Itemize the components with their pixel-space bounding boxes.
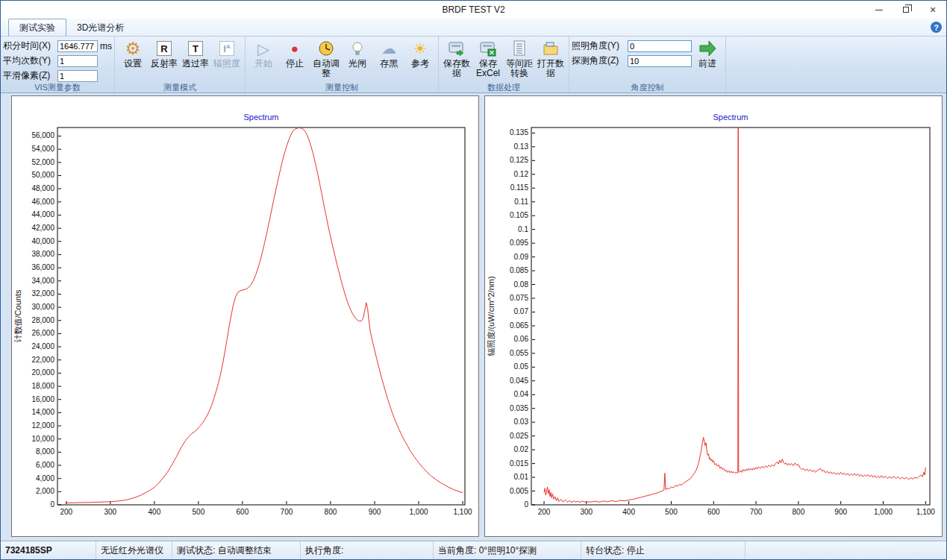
integration-time-unit: ms xyxy=(100,41,112,51)
forward-button[interactable]: 前进 xyxy=(692,37,723,79)
tab-3d-spectrum-analysis[interactable]: 3D光谱分析 xyxy=(66,19,134,36)
status-bar: 7324185SP 无近红外光谱仪 测试状态: 自动调整结束 执行角度: 当前角… xyxy=(1,541,946,559)
transmittance-button[interactable]: T 透过率 xyxy=(180,37,211,79)
integration-time-label: 积分时间(X) xyxy=(3,40,55,52)
group-measure-control: ▷ 开始 ● 停止 自动调整 光闸 ☁ 存黑 xyxy=(246,37,439,92)
equal-interval-convert-button[interactable]: 等间距转换 xyxy=(504,37,535,79)
title-bar: BRDF TEST V2 × xyxy=(1,1,946,19)
save-data-button[interactable]: 保存数据 xyxy=(441,37,472,79)
svg-text:34,000: 34,000 xyxy=(31,277,54,285)
svg-text:300: 300 xyxy=(581,508,593,516)
svg-text:0.085: 0.085 xyxy=(510,266,528,274)
svg-text:40,000: 40,000 xyxy=(31,237,54,245)
svg-text:0.055: 0.055 xyxy=(510,349,528,357)
svg-text:200: 200 xyxy=(60,508,72,516)
tab-test-experiment[interactable]: 测试实验 xyxy=(8,19,66,36)
reference-button[interactable]: ☀ 参考 xyxy=(404,37,436,79)
svg-text:0.025: 0.025 xyxy=(510,432,528,440)
help-icon[interactable]: ? xyxy=(931,22,942,33)
svg-text:计数值/Counts: 计数值/Counts xyxy=(13,289,22,342)
svg-text:0.02: 0.02 xyxy=(514,445,529,453)
stop-button[interactable]: ● 停止 xyxy=(279,37,310,79)
reflectance-button[interactable]: R 反射率 xyxy=(149,37,180,79)
minimize-button[interactable] xyxy=(866,1,893,19)
svg-text:500: 500 xyxy=(193,508,205,516)
forward-arrow-icon xyxy=(697,39,718,58)
svg-text:0: 0 xyxy=(524,500,528,509)
status-exec-angle: 执行角度: xyxy=(301,541,434,559)
restore-button[interactable] xyxy=(893,1,919,19)
svg-text:Spectrum: Spectrum xyxy=(243,113,278,122)
svg-text:0.08: 0.08 xyxy=(514,280,529,289)
irradiance-spectrum-panel: Spectrum00.0050.010.0150.020.0250.030.03… xyxy=(484,95,943,537)
svg-text:16,000: 16,000 xyxy=(31,395,54,403)
open-data-button[interactable]: 打开数据 xyxy=(535,37,566,79)
svg-text:10,000: 10,000 xyxy=(31,435,54,443)
counts-spectrum-chart: Spectrum02,0004,0006,0008,00010,00012,00… xyxy=(12,96,478,536)
smooth-pixels-input[interactable] xyxy=(57,70,98,82)
stop-icon: ● xyxy=(291,43,299,55)
cloud-icon: ☁ xyxy=(381,41,396,56)
svg-text:18,000: 18,000 xyxy=(31,382,54,390)
integration-time-field: 积分时间(X) ms xyxy=(3,40,112,52)
svg-text:32,000: 32,000 xyxy=(31,289,54,298)
svg-text:0.005: 0.005 xyxy=(510,487,528,495)
svg-text:0.045: 0.045 xyxy=(510,377,528,385)
transmittance-icon: T xyxy=(188,41,203,56)
save-data-icon xyxy=(447,40,466,57)
svg-text:0.105: 0.105 xyxy=(510,211,528,219)
auto-adjust-button[interactable]: 自动调整 xyxy=(310,37,342,79)
irradiance-button[interactable]: IA 辐照度 xyxy=(211,37,243,79)
group-label-angle-control: 角度控制 xyxy=(572,82,723,92)
average-count-input[interactable] xyxy=(57,55,98,67)
svg-text:22,000: 22,000 xyxy=(31,356,54,364)
svg-text:0.115: 0.115 xyxy=(510,183,529,192)
svg-text:42,000: 42,000 xyxy=(31,224,54,232)
svg-text:900: 900 xyxy=(369,508,381,516)
open-data-icon xyxy=(541,40,560,57)
integration-time-input[interactable] xyxy=(57,40,98,52)
store-dark-button[interactable]: ☁ 存黑 xyxy=(373,37,404,79)
close-button[interactable]: × xyxy=(919,1,946,19)
detection-angle-input[interactable] xyxy=(628,55,692,67)
detection-angle-label: 探测角度(Z) xyxy=(572,54,625,67)
svg-text:0.135: 0.135 xyxy=(510,128,528,136)
start-button[interactable]: ▷ 开始 xyxy=(248,37,279,79)
shutter-button[interactable]: 光闸 xyxy=(342,37,373,79)
group-label-measure-control: 测量控制 xyxy=(248,82,436,92)
illumination-angle-input[interactable] xyxy=(628,40,692,52)
group-label-vis-params: VIS测量参数 xyxy=(3,82,112,92)
svg-text:28,000: 28,000 xyxy=(31,316,54,324)
restore-icon xyxy=(903,7,909,13)
status-filler xyxy=(746,541,946,559)
ribbon: 积分时间(X) ms 平均次数(Y) 平滑像素(Z) VIS测量参数 xyxy=(1,36,946,93)
svg-text:4,000: 4,000 xyxy=(36,474,54,482)
status-serial: 7324185SP xyxy=(1,541,96,559)
average-count-label: 平均次数(Y) xyxy=(3,54,55,67)
svg-text:900: 900 xyxy=(834,508,847,516)
svg-text:54,000: 54,000 xyxy=(31,145,54,153)
svg-text:38,000: 38,000 xyxy=(31,250,54,258)
settings-button[interactable]: ⚙ 设置 xyxy=(117,37,149,79)
svg-text:1,000: 1,000 xyxy=(410,508,428,516)
save-excel-icon xyxy=(478,40,498,57)
group-measure-mode: ⚙ 设置 R 反射率 T 透过率 IA 辐照度 测量模式 xyxy=(115,37,246,92)
svg-text:46,000: 46,000 xyxy=(31,198,54,206)
ribbon-tab-bar: 测试实验 3D光谱分析 ? xyxy=(1,19,946,36)
svg-text:52,000: 52,000 xyxy=(31,158,54,166)
equal-interval-icon xyxy=(510,40,528,57)
svg-text:26,000: 26,000 xyxy=(31,329,54,337)
gear-icon: ⚙ xyxy=(125,40,141,57)
illumination-angle-field: 照明角度(Y) xyxy=(572,40,692,52)
svg-text:0.015: 0.015 xyxy=(510,459,528,468)
app-window: BRDF TEST V2 × 测试实验 3D光谱分析 ? 积分时间(X) ms xyxy=(0,0,947,560)
svg-text:20,000: 20,000 xyxy=(31,368,54,377)
svg-text:0.01: 0.01 xyxy=(514,473,529,481)
svg-text:0.075: 0.075 xyxy=(510,294,528,302)
svg-text:300: 300 xyxy=(104,508,116,516)
svg-text:0.065: 0.065 xyxy=(510,321,528,330)
svg-text:1,100: 1,100 xyxy=(916,508,935,516)
save-excel-button[interactable]: 保存ExCel xyxy=(472,37,504,79)
smooth-pixels-label: 平滑像素(Z) xyxy=(3,69,55,82)
svg-text:30,000: 30,000 xyxy=(31,303,54,311)
